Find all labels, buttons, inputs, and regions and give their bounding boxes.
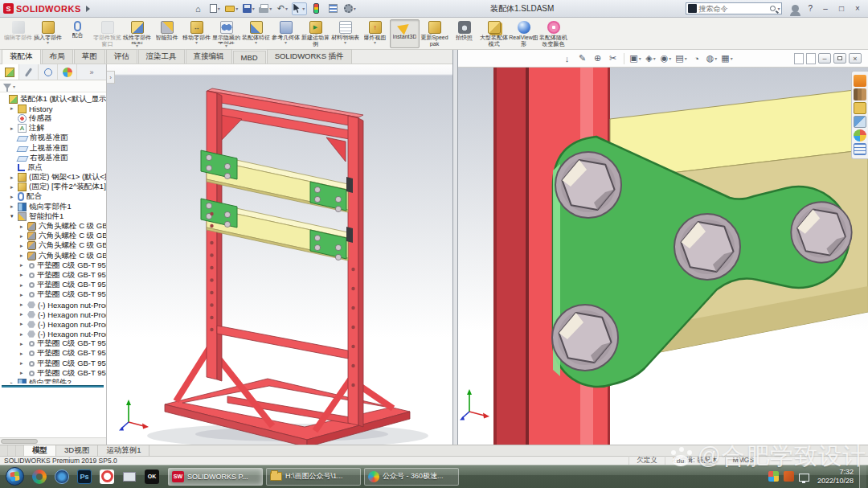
viewport-tab[interactable]: 3D视图 [56,445,98,456]
tray-input-indicator-icon[interactable] [768,471,779,482]
tree-item[interactable]: 六角头螺栓 C 级 GB-T 5780-2 [0,232,106,241]
tree-item[interactable]: 平垫圈 C级 GB-T 95-2002<17> [0,260,106,270]
tree-item[interactable]: 平垫圈 C级 GB-T 95-2002<8> [0,368,106,378]
tree-item[interactable]: 六角头螺栓 C 级 GB-T 5780-2 [0,251,106,260]
tree-item[interactable]: 配合 [0,192,106,202]
expand-arrow-icon[interactable] [20,311,27,318]
tree-item[interactable]: (-) Hexagon nut-Product gra [0,330,106,339]
expand-arrow-icon[interactable] [20,223,27,230]
tree-item[interactable]: 六角头螺栓 C 级 GB-T 5780-2 [0,221,106,231]
child-close-button[interactable]: × [849,53,862,64]
expand-arrow-icon[interactable] [20,233,27,240]
expand-arrow-icon[interactable] [20,341,27,347]
camera-view-icon[interactable]: ▦ [720,51,734,65]
propertymanager-tab[interactable] [19,64,39,80]
file-explorer-icon[interactable] [854,102,866,114]
taskbar-window-button[interactable]: H:\画图公众号\1... [266,468,361,486]
sketch-icon[interactable]: ✎ [575,51,589,65]
command-button[interactable]: 大型装配体模式 [479,19,509,48]
expand-arrow-icon[interactable] [10,174,18,181]
pinned-app-red-ring[interactable] [96,466,118,487]
child-minimize-button[interactable]: – [818,53,831,64]
ribbon-tab[interactable]: 装配体 [2,49,41,64]
cascade-window-icon[interactable] [806,53,816,64]
tree-item[interactable]: (-) Hexagon nut-Product gra [0,310,106,319]
minimize-button[interactable]: – [818,2,833,14]
featuremanager-tree-tab[interactable] [0,64,19,80]
command-button[interactable]: 更新Speedpak [420,19,449,48]
command-button[interactable]: 零部件预览窗口 [92,19,122,48]
search-input[interactable] [698,5,770,13]
rebuild-icon[interactable] [309,2,324,15]
command-button[interactable]: RealView图形 [509,19,538,48]
view-orientation-icon[interactable]: ▣ [628,51,642,65]
filter-caret-icon[interactable]: ▾ [13,84,15,89]
viewport-detail-view[interactable] [458,68,868,445]
command-button[interactable]: 材料明细表 [330,19,360,48]
tray-app-icon[interactable] [784,471,794,482]
settings-gear-icon[interactable] [342,2,358,15]
command-button[interactable]: Instant3D [390,19,420,48]
solidworks-resources-icon[interactable] [854,75,866,87]
pinned-app-ok[interactable]: OK [141,466,163,487]
ribbon-tab[interactable]: MBD [233,51,266,64]
tree-item[interactable]: 平垫圈 C级 GB-T 95-2002<18> [0,270,106,280]
print-icon[interactable] [258,2,273,15]
expand-arrow-icon[interactable] [20,370,27,376]
tree-item[interactable]: (固定) [零件2^装配体1]<1> -> (默 [0,182,106,192]
pinned-app-colorful[interactable] [28,466,51,487]
menu-flyout-icon[interactable] [86,6,90,12]
expand-arrow-icon[interactable] [10,203,18,210]
tree-item[interactable]: 平垫圈 C级 GB-T 95-2002<6> [0,349,106,359]
command-button[interactable]: 参考几何体 [271,19,301,48]
help-button[interactable]: ? [808,4,813,13]
section-view-icon[interactable]: ✂ [606,51,620,65]
tab-list-icon[interactable] [16,445,24,456]
expand-arrow-icon[interactable] [10,105,18,112]
expand-arrow-icon[interactable] [20,360,27,367]
tree-item[interactable]: (-) Hexagon nut-Product gra [0,300,106,310]
taskbar-window-button[interactable]: SW SOLIDWORKS P... [168,468,263,486]
command-button[interactable]: 编辑零部件 [3,19,33,48]
viewport-tab[interactable]: 模型 [24,445,56,456]
close-button[interactable]: × [850,2,865,14]
options-icon[interactable] [326,2,341,15]
view-settings-icon[interactable]: ◍ [705,51,719,65]
taskbar-window-button[interactable]: 公众号 - 360极速... [364,468,459,486]
viewport-assembly-overview[interactable]: › [107,64,452,445]
view-palette-icon[interactable] [854,116,866,128]
apply-scene-icon[interactable]: ◔ [690,51,703,65]
new-window-icon[interactable] [794,53,804,64]
hide-show-items-icon[interactable]: ◉ [659,51,673,65]
scrollbar-thumb[interactable] [1,439,38,444]
tree-item[interactable]: 智能扣件1 [0,211,106,221]
appearances-scenes-icon[interactable] [854,129,866,141]
expand-arrow-icon[interactable] [10,213,18,219]
tree-item[interactable]: 平垫圈 C级 GB-T 95-2002<7> [0,359,106,368]
ribbon-tab[interactable]: 渲染工具 [138,49,185,64]
command-button[interactable]: 装配体随机改变颜色 [538,19,568,48]
command-button[interactable]: 新建运动算例 [301,19,330,48]
detail-model[interactable] [458,68,868,445]
start-button[interactable] [6,467,24,486]
expand-arrow-icon[interactable] [20,252,27,259]
tree-item[interactable]: 镜向零部件1 [0,202,106,211]
tree-item[interactable]: 前视基准面 [0,133,106,143]
search-caret-icon[interactable]: ▾ [777,6,780,11]
viewport-tab[interactable]: 运动算例1 [98,445,149,456]
expand-arrow-icon[interactable] [10,194,18,200]
tree-item[interactable]: (固定) 钢架<1> (默认<按加工 [0,173,106,182]
command-button[interactable]: 线性零部件阵列 [122,19,152,48]
ribbon-tab[interactable]: 草图 [74,49,105,64]
pinned-app-utility[interactable] [118,466,141,487]
tree-item[interactable]: 平垫圈 C级 GB-T 95-2002<5> [0,339,106,349]
tree-item[interactable]: 右视基准面 [0,153,106,162]
tree-item[interactable]: 传感器 [0,113,106,123]
displaymanager-tab[interactable] [58,64,77,80]
tree-item[interactable]: 镜向零部件2 [0,378,106,383]
command-button[interactable]: 爆炸视图 [360,19,390,48]
tree-horizontal-scrollbar[interactable] [0,437,106,445]
filter-funnel-icon[interactable] [3,84,11,89]
command-search[interactable]: ▾ [686,2,782,14]
tree-item[interactable]: 上视基准面 [0,143,106,153]
